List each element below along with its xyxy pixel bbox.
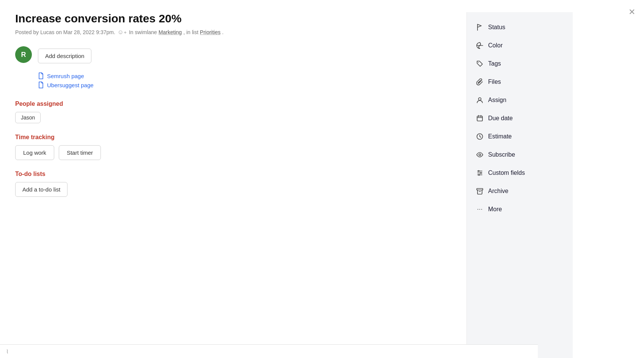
color-icon xyxy=(476,42,484,49)
sidebar-item-custom-fields[interactable]: Custom fields xyxy=(467,164,573,182)
svg-rect-2 xyxy=(477,116,482,121)
period: . xyxy=(222,29,224,35)
sidebar-label-color: Color xyxy=(488,42,503,49)
sidebar-label-custom-fields: Custom fields xyxy=(488,170,525,176)
swimlane-label: In swimlane xyxy=(129,29,157,35)
document-icon xyxy=(38,72,44,79)
emoji-reaction-button[interactable]: ☺+ xyxy=(118,29,127,36)
sidebar-label-tags: Tags xyxy=(488,60,501,67)
svg-point-7 xyxy=(479,174,480,176)
flag-icon xyxy=(476,24,484,31)
document-icon-2 xyxy=(38,82,44,88)
archive-icon xyxy=(476,187,484,195)
sidebar-item-assign[interactable]: Assign xyxy=(467,91,573,109)
close-button[interactable]: ✕ xyxy=(626,6,638,18)
sidebar-item-due-date[interactable]: Due date xyxy=(467,109,573,127)
avatar: R xyxy=(15,46,32,63)
people-assigned-title: People assigned xyxy=(15,100,451,107)
sidebar-label-archive: Archive xyxy=(488,188,508,195)
user-description-area: R Add description xyxy=(15,46,451,63)
svg-point-0 xyxy=(478,62,479,63)
clock-icon xyxy=(476,133,484,140)
people-assigned-section: People assigned Jason xyxy=(15,100,451,123)
time-tracking-title: Time tracking xyxy=(15,134,451,141)
assignee-chip[interactable]: Jason xyxy=(15,112,41,123)
add-todo-list-button[interactable]: Add a to-do list xyxy=(15,182,68,197)
todo-lists-title: To-do lists xyxy=(15,171,451,177)
more-icon xyxy=(476,206,484,213)
sidebar-item-subscribe[interactable]: Subscribe xyxy=(467,146,573,164)
add-description-button[interactable]: Add description xyxy=(38,49,91,63)
page-title: Increase conversion rates 20% xyxy=(15,12,451,25)
person-icon xyxy=(476,96,484,104)
posted-by: Posted by Lucas on Mar 28, 2022 9:37pm. xyxy=(15,29,115,35)
activity-bar: ⌇ xyxy=(0,344,538,358)
svg-point-10 xyxy=(479,209,480,210)
activity-icon: ⌇ xyxy=(6,349,9,355)
right-sidebar: Status Color Tags xyxy=(467,12,573,358)
sidebar-item-files[interactable]: Files xyxy=(467,73,573,91)
todo-lists-section: To-do lists Add a to-do list xyxy=(15,171,451,197)
links-section: Semrush page Ubersuggest page xyxy=(38,72,451,88)
sidebar-item-archive[interactable]: Archive xyxy=(467,182,573,200)
time-tracking-section: Time tracking Log work Start timer xyxy=(15,134,451,160)
sidebar-item-tags[interactable]: Tags xyxy=(467,55,573,73)
svg-point-4 xyxy=(479,154,481,156)
sidebar-item-status[interactable]: Status xyxy=(467,18,573,36)
svg-point-5 xyxy=(478,171,479,172)
sidebar-label-due-date: Due date xyxy=(488,115,513,122)
list-link[interactable]: Priorities xyxy=(200,29,220,35)
svg-point-11 xyxy=(481,209,482,210)
svg-point-1 xyxy=(479,98,481,100)
calendar-icon xyxy=(476,115,484,122)
eye-icon xyxy=(476,151,484,159)
sidebar-label-files: Files xyxy=(488,79,501,85)
paperclip-icon xyxy=(476,78,484,86)
sidebar-item-color[interactable]: Color xyxy=(467,36,573,55)
swimlane-link[interactable]: Marketing xyxy=(159,29,182,35)
sidebar-label-estimate: Estimate xyxy=(488,133,512,140)
list-label: , in list xyxy=(183,29,198,35)
link-semrush[interactable]: Semrush page xyxy=(38,72,451,79)
meta-info: Posted by Lucas on Mar 28, 2022 9:37pm. … xyxy=(15,29,451,36)
sidebar-label-status: Status xyxy=(488,24,505,31)
sidebar-label-more: More xyxy=(488,206,502,213)
time-tracking-buttons: Log work Start timer xyxy=(15,145,451,160)
link-ubersuggest[interactable]: Ubersuggest page xyxy=(38,82,451,88)
tag-icon xyxy=(476,60,484,68)
sidebar-item-estimate[interactable]: Estimate xyxy=(467,127,573,146)
start-timer-button[interactable]: Start timer xyxy=(59,145,101,160)
svg-point-6 xyxy=(481,173,482,174)
svg-point-9 xyxy=(478,209,478,210)
sidebar-label-assign: Assign xyxy=(488,97,506,104)
log-work-button[interactable]: Log work xyxy=(15,145,54,160)
sliders-icon xyxy=(476,169,484,177)
sidebar-label-subscribe: Subscribe xyxy=(488,151,515,158)
sidebar-item-more[interactable]: More xyxy=(467,200,573,218)
